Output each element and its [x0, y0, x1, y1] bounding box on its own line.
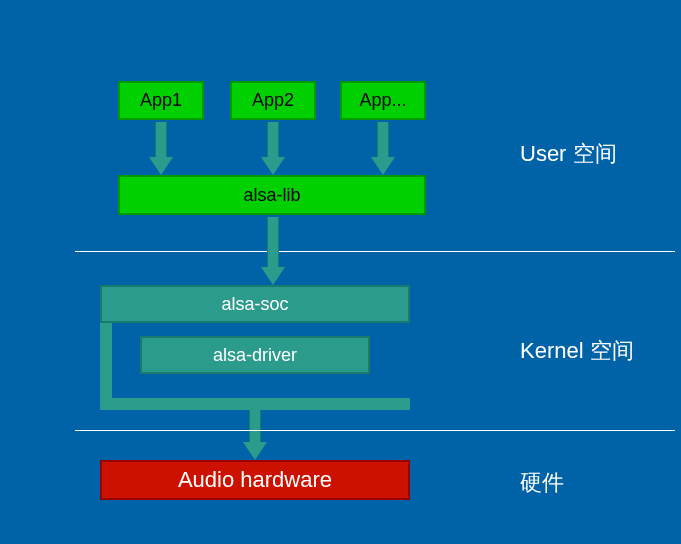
- alsa-driver-box: alsa-driver: [140, 336, 370, 374]
- app1-box: App1: [118, 81, 204, 120]
- divider-kernel-hw: [75, 430, 675, 431]
- app1-label: App1: [140, 90, 182, 111]
- audio-hardware-label: Audio hardware: [178, 467, 332, 493]
- app2-box: App2: [230, 81, 316, 120]
- alsa-lib-label: alsa-lib: [243, 185, 300, 206]
- alsa-soc-box: alsa-soc: [100, 285, 410, 323]
- audio-hardware-box: Audio hardware: [100, 460, 410, 500]
- app2-label: App2: [252, 90, 294, 111]
- kernel-space-label: Kernel 空间: [520, 336, 634, 366]
- hardware-label: 硬件: [520, 468, 564, 498]
- app3-box: App...: [340, 81, 426, 120]
- alsa-soc-label: alsa-soc: [221, 294, 288, 315]
- alsa-driver-label: alsa-driver: [213, 345, 297, 366]
- user-space-label: User 空间: [520, 139, 617, 169]
- divider-user-kernel: [75, 251, 675, 252]
- alsa-lib-box: alsa-lib: [118, 175, 426, 215]
- app3-label: App...: [359, 90, 406, 111]
